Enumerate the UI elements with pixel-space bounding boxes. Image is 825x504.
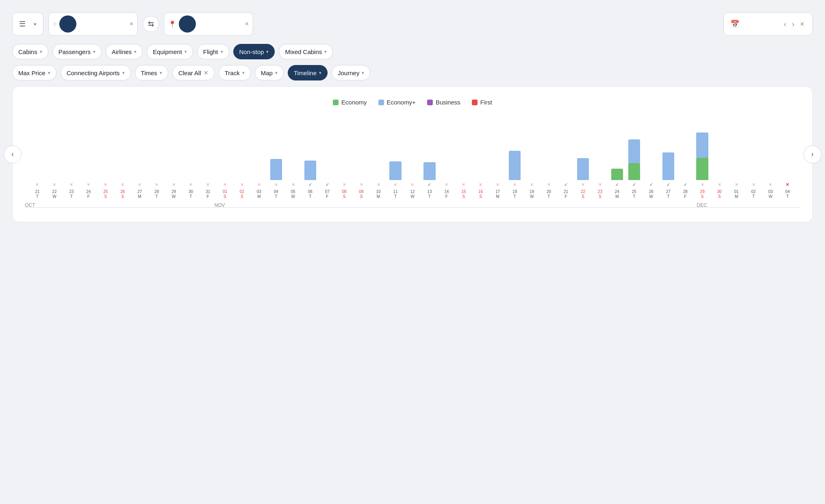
tick-area: ✕: [250, 180, 267, 189]
day-col[interactable]: ✓25T: [625, 131, 643, 199]
day-col[interactable]: ✓06T: [302, 131, 319, 199]
tick-area: ✕: [438, 180, 455, 189]
day-col[interactable]: ✕16S: [472, 131, 489, 199]
filter-label: Connecting Airports: [67, 70, 120, 76]
day-col[interactable]: ✕05W: [284, 131, 302, 199]
bar-area: [489, 131, 506, 180]
date-next-button[interactable]: ›: [790, 19, 796, 29]
day-col[interactable]: ✓26W: [643, 131, 660, 199]
day-col[interactable]: ✕26S: [114, 131, 131, 199]
origin-clear-icon[interactable]: ×: [130, 20, 133, 28]
filter-connecting-airports[interactable]: Connecting Airports▾: [61, 65, 131, 80]
filter-passengers[interactable]: Passengers▾: [52, 44, 102, 59]
swap-button[interactable]: ⇆: [143, 16, 159, 32]
tick-x-icon: ✕: [769, 182, 772, 187]
day-col[interactable]: ✕29W: [165, 131, 182, 199]
tick-x-icon: ✕: [530, 182, 534, 187]
bar-area: [46, 131, 63, 180]
filter-journey[interactable]: Journey▾: [332, 65, 370, 80]
filter-flight[interactable]: Flight▾: [197, 44, 229, 59]
day-col[interactable]: ✕27M: [131, 131, 148, 199]
day-label: 01M: [734, 189, 738, 199]
day-col[interactable]: ✕14F: [438, 131, 455, 199]
tick-area: ✕: [506, 180, 523, 189]
day-col[interactable]: ✓07F: [319, 131, 336, 199]
day-col[interactable]: ✓24M: [608, 131, 625, 199]
date-clear-button[interactable]: ×: [798, 19, 806, 29]
day-col[interactable]: ✕30T: [182, 131, 200, 199]
day-col[interactable]: ✓27T: [660, 131, 677, 199]
filter-timeline[interactable]: Timeline▾: [288, 65, 328, 80]
day-col[interactable]: ✓28F: [677, 131, 694, 199]
legend-label: Economy: [341, 99, 367, 106]
filter-map[interactable]: Map▾: [255, 65, 284, 80]
day-col[interactable]: ✕19W: [523, 131, 541, 199]
date-selector[interactable]: 📅 ‹ › ×: [723, 12, 813, 36]
bar-area: [694, 131, 711, 180]
filter-chevron-icon: ▾: [40, 49, 42, 54]
day-col[interactable]: ✕04T: [267, 131, 284, 199]
day-col[interactable]: ✕24F: [80, 131, 97, 199]
day-label: 18T: [512, 189, 517, 199]
tick-x-icon: ✕: [257, 182, 261, 187]
day-col[interactable]: ✕03M: [250, 131, 267, 199]
day-col[interactable]: ✕23S: [591, 131, 608, 199]
day-label: 03W: [768, 189, 773, 199]
day-col[interactable]: ✕30S: [711, 131, 728, 199]
chart-inner: ✕21T✕22W✕23T✕24F✕25S✕26S✕27M✕28T✕29W✕30T…: [25, 118, 800, 199]
bar-area: [643, 131, 660, 180]
tick-x-red-icon: ✕: [786, 182, 789, 187]
legend-first: First: [472, 99, 492, 106]
day-col[interactable]: ✕09S: [353, 131, 370, 199]
day-col[interactable]: ✕17M: [489, 131, 506, 199]
day-col[interactable]: ✕01S: [216, 131, 233, 199]
filter-cabins[interactable]: Cabins▾: [12, 44, 48, 59]
day-col[interactable]: ✕21T: [29, 131, 46, 199]
filter-clear-all[interactable]: Clear All✕: [172, 65, 215, 80]
origin-search-box[interactable]: ○ ×: [48, 12, 138, 36]
day-col[interactable]: ✓13T: [421, 131, 438, 199]
day-col[interactable]: ✕15S: [455, 131, 472, 199]
date-prev-button[interactable]: ‹: [782, 19, 788, 29]
filter-airlines[interactable]: Airlines▾: [106, 44, 143, 59]
chart-next-button[interactable]: ›: [803, 146, 821, 163]
tick-area: ✓: [319, 180, 336, 189]
destination-search-box[interactable]: 📍 ×: [164, 12, 253, 36]
destination-clear-icon[interactable]: ×: [245, 20, 249, 28]
brand-selector[interactable]: ☰ ▾: [12, 12, 43, 36]
day-col[interactable]: ✕11T: [387, 131, 404, 199]
day-col[interactable]: ✕22W: [46, 131, 63, 199]
day-col[interactable]: ✕29S: [694, 131, 711, 199]
filter-label: Passengers: [59, 48, 91, 55]
tick-x-icon: ✕: [360, 182, 363, 187]
filter-equipment[interactable]: Equipment▾: [147, 44, 193, 59]
chart-prev-button[interactable]: ‹: [4, 146, 22, 163]
day-col[interactable]: ✕28T: [148, 131, 165, 199]
day-col[interactable]: ✕03W: [762, 131, 779, 199]
day-col[interactable]: ✕10M: [370, 131, 387, 199]
day-col[interactable]: ✕23T: [63, 131, 80, 199]
tick-x-icon: ✕: [35, 182, 39, 187]
filter-nonstop[interactable]: Non-stop▾: [233, 44, 275, 59]
day-col[interactable]: ✕18T: [506, 131, 523, 199]
day-col[interactable]: ✕31F: [200, 131, 217, 199]
filter-times[interactable]: Times▾: [135, 65, 168, 80]
filter-chevron-icon: ▾: [160, 70, 162, 76]
day-col[interactable]: ✕20T: [541, 131, 558, 199]
day-col[interactable]: ✕12W: [404, 131, 421, 199]
day-col[interactable]: ✕01M: [728, 131, 745, 199]
day-col[interactable]: ✕22S: [575, 131, 592, 199]
filter-track[interactable]: Track▾: [219, 65, 251, 80]
day-label: 27M: [137, 189, 142, 199]
filter-max-price[interactable]: Max Price▾: [12, 65, 56, 80]
filter-mixed-cabins[interactable]: Mixed Cabins▾: [279, 44, 333, 59]
day-col[interactable]: ✕04T: [779, 131, 796, 199]
tick-x-icon: ✕: [206, 182, 210, 187]
day-label: 25T: [632, 189, 636, 199]
day-col[interactable]: ✕25S: [97, 131, 114, 199]
tick-x-icon: ✕: [462, 182, 465, 187]
day-col[interactable]: ✕02T: [745, 131, 762, 199]
day-col[interactable]: ✕02S: [233, 131, 250, 199]
day-col[interactable]: ✕08S: [336, 131, 353, 199]
day-col[interactable]: ✓21F: [558, 131, 575, 199]
